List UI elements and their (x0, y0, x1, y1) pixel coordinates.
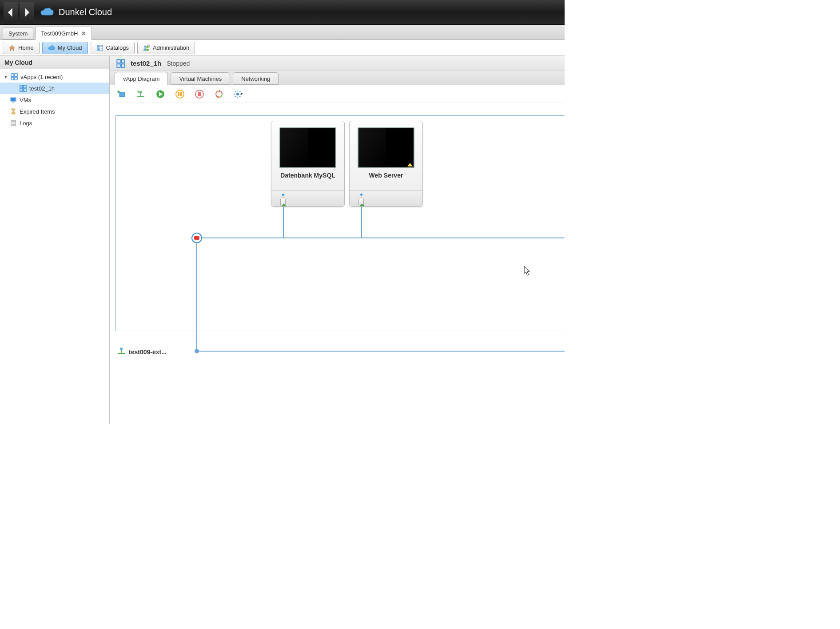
nav-label: My Cloud (58, 44, 82, 51)
sidebar: My Cloud ▼ vApps (1 recent) test02_1h VM… (0, 56, 110, 424)
content-area: test02_1h Stopped vApp Diagram Virtual M… (110, 56, 565, 424)
star-icon: ★ (359, 192, 363, 197)
tab-label: Virtual Machines (179, 75, 222, 82)
vm-card-datenbank[interactable]: Datenbank MySQL ★ (271, 121, 345, 207)
close-icon[interactable]: ✕ (81, 30, 86, 37)
svg-rect-10 (11, 77, 14, 80)
header-bar: Dunkel Cloud (0, 0, 565, 25)
external-network-label[interactable]: test009-ext... (117, 347, 167, 356)
sidebar-item-logs[interactable]: Logs (0, 117, 109, 129)
svg-rect-15 (24, 89, 26, 91)
cloud-logo-icon (40, 7, 54, 18)
main-nav: Home My Cloud Catalogs Administration (0, 40, 565, 56)
nav-label: Catalogs (106, 44, 129, 51)
nav-mycloud-button[interactable]: My Cloud (42, 42, 88, 54)
nav-label: Home (18, 44, 34, 51)
svg-rect-8 (11, 74, 14, 76)
sidebar-title: My Cloud (0, 56, 109, 69)
svg-rect-2 (98, 48, 100, 50)
pause-button[interactable] (175, 89, 185, 99)
svg-rect-17 (11, 98, 16, 101)
nav-home-button[interactable]: Home (3, 42, 40, 54)
settings-button[interactable] (234, 89, 243, 99)
diagram-toolbar (110, 85, 565, 103)
tree-label: VMs (20, 97, 31, 103)
tab-label: Networking (241, 75, 270, 82)
vapp-icon (116, 59, 125, 68)
svg-point-40 (120, 348, 123, 350)
svg-rect-9 (15, 74, 17, 76)
refresh-button[interactable] (214, 89, 224, 99)
play-button[interactable] (155, 89, 165, 99)
svg-rect-24 (121, 59, 125, 63)
sidebar-item-vapps[interactable]: ▼ vApps (1 recent) (0, 71, 109, 83)
svg-rect-30 (139, 91, 142, 93)
vm-screen-icon (279, 127, 336, 168)
cursor-icon (524, 266, 531, 276)
svg-rect-18 (12, 102, 14, 103)
sidebar-item-vms[interactable]: VMs (0, 94, 109, 106)
nav-back-button[interactable] (4, 2, 18, 23)
nav-forward-button[interactable] (20, 2, 34, 23)
svg-rect-25 (117, 64, 120, 67)
org-tab-system[interactable]: System (3, 27, 33, 40)
vapp-diagram[interactable]: Datenbank MySQL ★ Web Server ★ (110, 103, 565, 424)
nav-label: Administration (153, 44, 189, 51)
stop-button[interactable] (195, 89, 204, 99)
org-tabs-bar: System Test009GmbH ✕ (0, 25, 565, 40)
svg-point-5 (144, 45, 146, 47)
vm-screen-icon (358, 127, 414, 168)
tab-vapp-diagram[interactable]: vApp Diagram (115, 72, 168, 85)
app-title: Dunkel Cloud (59, 7, 112, 17)
svg-rect-14 (20, 89, 23, 91)
network-line (197, 237, 565, 238)
svg-point-37 (236, 93, 239, 95)
svg-rect-13 (24, 85, 26, 88)
network-line (197, 351, 565, 352)
vm-nic-port[interactable] (358, 197, 364, 207)
add-vm-button[interactable] (116, 89, 126, 99)
sidebar-item-expired[interactable]: Expired Items (0, 106, 109, 117)
vm-footer: ★ (350, 190, 422, 206)
content-tabs: vApp Diagram Virtual Machines Networking (110, 71, 565, 85)
hourglass-icon (10, 108, 17, 115)
svg-rect-26 (121, 64, 125, 67)
sidebar-item-vapp-test02[interactable]: test02_1h (0, 83, 109, 94)
tree-label: vApps (1 recent) (20, 74, 63, 80)
star-icon: ★ (281, 192, 285, 197)
vm-nic-port[interactable] (280, 197, 286, 207)
tree-label: Logs (20, 120, 32, 127)
nav-administration-button[interactable]: Administration (137, 42, 195, 54)
vapp-icon (20, 85, 27, 92)
network-line (283, 207, 284, 238)
svg-rect-11 (15, 77, 17, 80)
svg-rect-23 (117, 59, 120, 63)
nav-catalogs-button[interactable]: Catalogs (91, 42, 135, 54)
svg-rect-33 (178, 92, 179, 96)
network-edge-gateway-icon[interactable] (191, 233, 202, 243)
sidebar-tree: ▼ vApps (1 recent) test02_1h VMs (0, 69, 109, 131)
network-icon (117, 347, 125, 356)
svg-rect-34 (180, 92, 182, 96)
svg-rect-27 (119, 92, 125, 97)
org-tab-label: System (8, 30, 28, 37)
network-line (196, 243, 197, 352)
org-tab-test009[interactable]: Test009GmbH ✕ (35, 27, 92, 40)
svg-point-7 (148, 45, 150, 47)
svg-rect-0 (97, 45, 103, 51)
vm-icon (10, 96, 17, 103)
home-icon (8, 44, 16, 51)
network-name: test009-ext... (129, 348, 167, 356)
vapp-status: Stopped (167, 60, 190, 67)
tree-label: test02_1h (29, 85, 55, 92)
tab-label: vApp Diagram (123, 75, 159, 82)
add-network-button[interactable] (136, 89, 146, 99)
vm-card-webserver[interactable]: Web Server ★ (349, 121, 423, 207)
vapp-title: test02_1h (131, 59, 161, 67)
chevron-down-icon[interactable]: ▼ (4, 75, 8, 79)
svg-point-32 (176, 90, 184, 98)
vm-footer: ★ (271, 190, 344, 206)
tab-networking[interactable]: Networking (233, 72, 279, 85)
content-header: test02_1h Stopped (110, 56, 565, 71)
tab-virtual-machines[interactable]: Virtual Machines (171, 72, 230, 85)
